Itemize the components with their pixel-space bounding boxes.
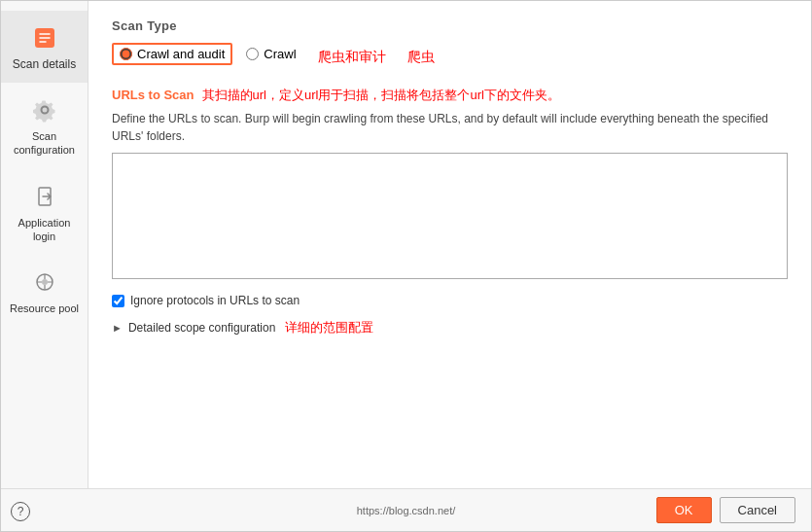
svg-point-3 xyxy=(42,279,48,285)
sidebar-item-label-resource-pool: Resource pool xyxy=(10,301,79,315)
urls-title: URLs to Scan xyxy=(112,88,194,102)
sidebar: Scan details Scan configuration xyxy=(1,1,88,488)
sidebar-item-scan-details[interactable]: Scan details xyxy=(1,11,88,83)
gear-icon xyxy=(29,94,60,125)
crawl-audit-label: Crawl and audit xyxy=(137,47,225,61)
crawl-cn: 爬虫 xyxy=(407,49,435,66)
dialog: Scan details Scan configuration xyxy=(0,0,812,532)
crawl-and-audit-box: Crawl and audit xyxy=(112,43,232,65)
crawl-audit-option[interactable]: Crawl and audit xyxy=(120,47,225,61)
crawl-audit-cn: 爬虫和审计 xyxy=(318,49,386,66)
dialog-body: Scan details Scan configuration xyxy=(1,1,811,488)
main-content: Scan Type Crawl and audit Crawl xyxy=(88,1,811,488)
urls-title-row: URLs to Scan 其扫描的url，定义url用于扫描，扫描将包括整个ur… xyxy=(112,87,788,104)
login-icon xyxy=(29,181,60,212)
urls-subtitle-cn: 其扫描的url，定义url用于扫描，扫描将包括整个url下的文件夹。 xyxy=(202,87,560,104)
chevron-right-icon: ► xyxy=(112,322,123,334)
dialog-footer: ? https://blog.csdn.net/ OK Cancel xyxy=(1,488,811,531)
ok-button[interactable]: OK xyxy=(656,497,712,523)
sidebar-item-label-scan-details: Scan details xyxy=(13,57,76,71)
ignore-protocols-label: Ignore protocols in URLs to scan xyxy=(130,294,300,307)
detailed-scope-cn: 详细的范围配置 xyxy=(285,319,373,337)
crawl-audit-radio[interactable] xyxy=(120,48,132,60)
crawl-option[interactable]: Crawl xyxy=(246,47,296,61)
help-icon[interactable]: ? xyxy=(11,502,30,521)
scan-details-icon xyxy=(29,22,60,53)
cancel-button[interactable]: Cancel xyxy=(720,497,795,523)
footer-url: https://blog.csdn.net/ xyxy=(357,505,456,516)
detailed-scope-label: Detailed scope configuration xyxy=(128,321,275,335)
scan-type-section: Scan Type Crawl and audit Crawl xyxy=(112,18,788,71)
sidebar-item-label-scan-config: Scan configuration xyxy=(6,129,83,158)
scan-type-options: Crawl and audit Crawl xyxy=(112,43,297,65)
crawl-label: Crawl xyxy=(264,47,296,61)
detailed-scope-row[interactable]: ► Detailed scope configuration 详细的范围配置 xyxy=(112,319,788,337)
ignore-protocols-row: Ignore protocols in URLs to scan xyxy=(112,294,788,307)
sidebar-item-scan-configuration[interactable]: Scan configuration xyxy=(1,83,88,169)
scan-type-title: Scan Type xyxy=(112,18,788,33)
urls-description: Define the URLs to scan. Burp will begin… xyxy=(112,110,788,145)
sidebar-item-resource-pool[interactable]: Resource pool xyxy=(1,255,88,327)
sidebar-item-application-login[interactable]: Application login xyxy=(1,169,88,256)
ignore-protocols-checkbox[interactable] xyxy=(112,295,124,307)
urls-section: URLs to Scan 其扫描的url，定义url用于扫描，扫描将包括整个ur… xyxy=(112,87,788,282)
resource-icon xyxy=(29,266,60,298)
crawl-radio[interactable] xyxy=(246,48,259,60)
urls-textarea[interactable] xyxy=(112,153,788,279)
sidebar-item-label-app-login: Application login xyxy=(6,216,83,244)
